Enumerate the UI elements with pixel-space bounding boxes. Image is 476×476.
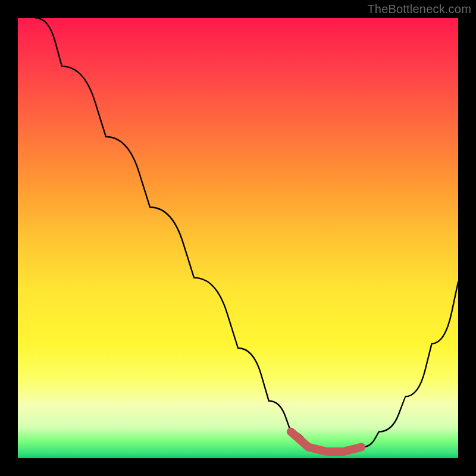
- optimal-range-marker: [291, 432, 361, 452]
- watermark-text: TheBottleneck.com: [367, 2, 471, 16]
- bottleneck-curve: [36, 18, 458, 452]
- curve-layer: [18, 18, 458, 458]
- plot-area: [18, 18, 458, 458]
- chart-container: TheBottleneck.com: [0, 0, 476, 476]
